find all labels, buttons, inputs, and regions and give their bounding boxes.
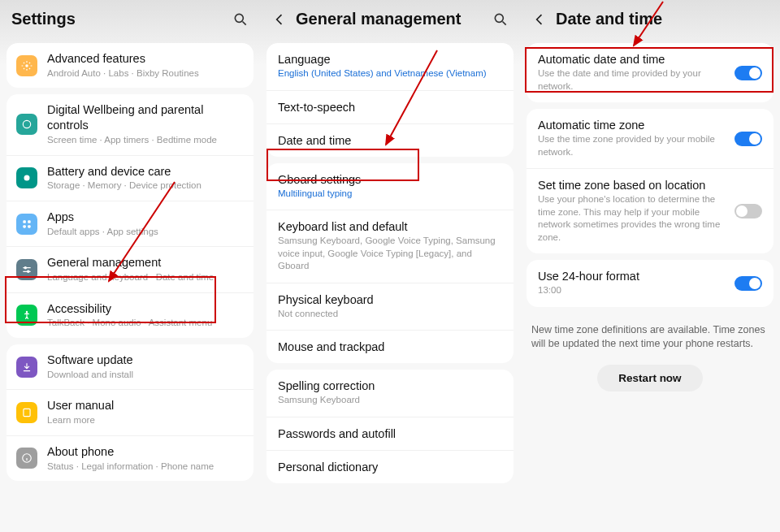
- settings-item-apps[interactable]: AppsDefault apps · App settings: [6, 201, 254, 247]
- item-label: Digital Wellbeing and parental controls: [47, 102, 244, 133]
- gm-item-spelling[interactable]: Spelling correction Samsung Keyboard: [266, 370, 514, 417]
- gm-item-date-and-time[interactable]: Date and time: [266, 124, 514, 157]
- gm-item-dictionary[interactable]: Personal dictionary: [266, 451, 514, 483]
- svg-point-19: [495, 14, 503, 22]
- dt-item-auto-date-time[interactable]: Automatic date and timeUse the date and …: [526, 43, 774, 102]
- gm-item-language[interactable]: Language English (United States) and Vie…: [266, 43, 514, 91]
- item-label: Date and time: [278, 134, 502, 147]
- settings-item-user-manual[interactable]: User manualLearn more: [6, 390, 254, 435]
- item-sub: Storage · Memory · Device protection: [47, 179, 244, 192]
- toggle-auto-date-time[interactable]: [734, 66, 762, 80]
- battery-icon: [16, 167, 37, 188]
- dt-group-1: Automatic date and timeUse the date and …: [526, 43, 774, 102]
- back-icon[interactable]: [531, 11, 548, 28]
- settings-item-accessibility[interactable]: AccessibilityTalkBack · Mono audio · Ass…: [6, 293, 254, 338]
- gm-group-1: Language English (United States) and Vie…: [266, 43, 514, 157]
- gear-icon: [16, 55, 37, 76]
- item-sub: Learn more: [47, 414, 244, 427]
- dt-item-24h-format[interactable]: Use 24-hour format13:00: [526, 260, 774, 307]
- item-label: Accessibility: [47, 301, 244, 317]
- settings-item-advanced-features[interactable]: Advanced featuresAndroid Auto · Labs · B…: [6, 43, 254, 88]
- dt-group-2: Automatic time zoneUse the time zone pro…: [526, 109, 774, 253]
- item-sub: Download and install: [47, 369, 244, 382]
- manual-icon: [16, 402, 37, 423]
- svg-point-0: [235, 14, 243, 22]
- general-management-panel: General management Language English (Uni…: [260, 0, 520, 532]
- settings-group-2: Digital Wellbeing and parental controlsS…: [6, 94, 254, 338]
- settings-header: Settings: [0, 0, 260, 40]
- svg-point-4: [24, 175, 30, 181]
- dt-header: Date and time: [520, 0, 780, 40]
- restart-now-button[interactable]: Restart now: [597, 365, 702, 391]
- dt-group-3: Use 24-hour format13:00: [526, 260, 774, 307]
- item-label: Use 24-hour format: [538, 270, 728, 283]
- settings-item-software-update[interactable]: Software updateDownload and install: [6, 344, 254, 390]
- gm-group-2: Gboard settings Multilingual typing Keyb…: [266, 163, 514, 364]
- back-icon[interactable]: [271, 11, 288, 28]
- toggle-auto-timezone[interactable]: [734, 132, 762, 146]
- item-label: Passwords and autofill: [278, 427, 502, 440]
- item-label: Automatic date and time: [538, 53, 728, 66]
- item-label: Battery and device care: [47, 164, 244, 179]
- gm-item-gboard[interactable]: Gboard settings Multilingual typing: [266, 163, 514, 211]
- item-sub: English (United States) and Vietnamese (…: [278, 67, 502, 80]
- search-icon[interactable]: [232, 11, 249, 28]
- item-sub: Multilingual typing: [278, 188, 502, 201]
- gm-item-keyboard-list[interactable]: Keyboard list and default Samsung Keyboa…: [266, 210, 514, 283]
- general-icon: [16, 259, 37, 280]
- settings-item-digital-wellbeing[interactable]: Digital Wellbeing and parental controlsS…: [6, 94, 254, 155]
- settings-item-general-management[interactable]: General managementLanguage and keyboard …: [6, 247, 254, 292]
- svg-line-20: [503, 21, 506, 24]
- settings-item-battery[interactable]: Battery and device careStorage · Memory …: [6, 156, 254, 201]
- dt-item-location-timezone[interactable]: Set time zone based on locationUse your …: [526, 169, 774, 253]
- item-label: Apps: [47, 210, 244, 225]
- info-icon: [16, 448, 37, 469]
- toggle-location-timezone[interactable]: [734, 204, 762, 218]
- toggle-24h-format[interactable]: [734, 276, 762, 291]
- item-sub: TalkBack · Mono audio · Assistant menu: [47, 317, 244, 330]
- page-title: Settings: [11, 10, 232, 28]
- item-label: About phone: [47, 444, 244, 460]
- search-icon[interactable]: [492, 11, 509, 28]
- item-sub: Use the time zone provided by your mobil…: [538, 133, 728, 158]
- apps-icon: [16, 214, 37, 235]
- gm-header: General management: [260, 0, 520, 40]
- item-label: Advanced features: [47, 51, 244, 67]
- svg-point-3: [23, 121, 30, 128]
- item-label: Physical keyboard: [278, 293, 502, 306]
- svg-rect-7: [23, 225, 26, 228]
- svg-line-1: [243, 21, 246, 24]
- dt-item-auto-timezone[interactable]: Automatic time zoneUse the time zone pro…: [526, 109, 774, 169]
- item-sub: Android Auto · Labs · Bixby Routines: [47, 67, 244, 80]
- wellbeing-icon: [16, 114, 37, 135]
- page-title: Date and time: [556, 10, 769, 28]
- page-title: General management: [296, 10, 492, 28]
- item-label: Text-to-speech: [278, 101, 502, 114]
- svg-rect-5: [23, 220, 26, 223]
- gm-group-3: Spelling correction Samsung Keyboard Pas…: [266, 370, 514, 483]
- item-label: Automatic time zone: [538, 119, 728, 132]
- item-sub: Status · Legal information · Phone name: [47, 461, 244, 474]
- item-sub: Samsung Keyboard, Google Voice Typing, S…: [278, 235, 502, 273]
- gm-item-passwords[interactable]: Passwords and autofill: [266, 417, 514, 451]
- item-label: General management: [47, 255, 244, 270]
- item-label: Language: [278, 53, 502, 66]
- item-label: Gboard settings: [278, 173, 502, 186]
- settings-item-about-phone[interactable]: About phoneStatus · Legal information · …: [6, 436, 254, 481]
- gm-item-physical-keyboard[interactable]: Physical keyboard Not connected: [266, 283, 514, 331]
- item-label: Mouse and trackpad: [278, 340, 502, 353]
- svg-point-12: [28, 270, 29, 272]
- svg-rect-6: [28, 220, 31, 223]
- timezone-note: New time zone definitions are available.…: [520, 314, 780, 357]
- svg-point-13: [26, 311, 28, 313]
- gm-item-mouse[interactable]: Mouse and trackpad: [266, 331, 514, 363]
- svg-rect-8: [28, 225, 31, 228]
- item-sub: Screen time · App timers · Bedtime mode: [47, 134, 244, 147]
- svg-point-11: [24, 266, 26, 268]
- item-sub: Use the date and time provided by your n…: [538, 67, 728, 93]
- gm-item-tts[interactable]: Text-to-speech: [266, 91, 514, 124]
- item-label: Keyboard list and default: [278, 220, 502, 233]
- settings-group-3: Software updateDownload and install User…: [6, 344, 254, 481]
- item-label: User manual: [47, 398, 244, 413]
- settings-group-1: Advanced featuresAndroid Auto · Labs · B…: [6, 43, 254, 88]
